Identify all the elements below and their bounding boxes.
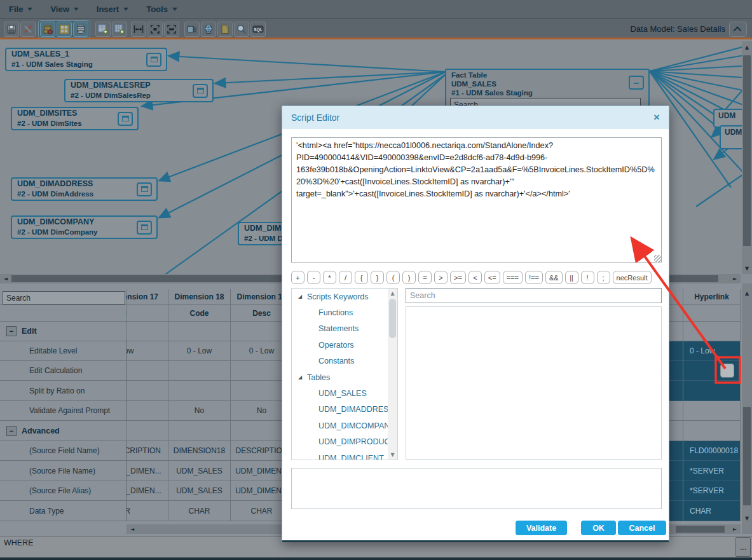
operator-button-!==[interactable]: !==: [525, 271, 543, 284]
empty-cell[interactable]: [683, 322, 741, 341]
open-table-button[interactable]: [137, 182, 152, 196]
value-cell[interactable]: 0 - Low: [126, 341, 168, 361]
empty-cell[interactable]: [168, 322, 231, 341]
operator-button-;[interactable]: ;: [597, 271, 610, 284]
collapse-table-button[interactable]: −: [629, 76, 644, 90]
dialog-header[interactable]: Script Editor ×: [282, 106, 669, 129]
entity-udm-dimaddress[interactable]: UDM_DIMADDRESS #2 - UDM DimAddress: [11, 177, 158, 201]
value-cell[interactable]: No: [168, 401, 231, 421]
database-columns-button[interactable]: [184, 22, 200, 37]
scroll-left-icon[interactable]: ◄: [1, 274, 10, 283]
tree-scrollbar[interactable]: ▲ ▼: [388, 289, 397, 460]
scroll-down-icon[interactable]: ▼: [742, 514, 752, 522]
value-cell[interactable]: CHAR: [168, 501, 231, 521]
empty-cell[interactable]: [683, 421, 741, 441]
column-header[interactable]: Dimension 18: [168, 289, 231, 305]
operator-button-![interactable]: !: [581, 271, 594, 284]
column-header-hyperlink[interactable]: Hyperlink: [683, 289, 741, 305]
scroll-down-icon[interactable]: ▼: [742, 264, 752, 273]
close-icon[interactable]: ×: [653, 111, 660, 124]
operator-button-([interactable]: (: [386, 271, 400, 284]
operator-button-{[interactable]: {: [355, 271, 368, 284]
hyperlink-value-cell[interactable]: FLD00000018: [683, 441, 741, 461]
value-cell[interactable]: UDM_SALES: [168, 461, 231, 481]
tree-item-operators[interactable]: Operators: [292, 337, 397, 353]
diagram-vertical-scrollbar[interactable]: ▲ ▼: [742, 41, 752, 274]
tree-expander-icon[interactable]: ◢: [298, 294, 307, 299]
operator-button-&&[interactable]: &&: [545, 271, 563, 284]
grid-view-button[interactable]: [57, 22, 72, 37]
operator-button-/[interactable]: /: [339, 271, 352, 284]
operator-button-*[interactable]: *: [323, 271, 336, 284]
tree-item-statements[interactable]: Statements: [292, 321, 397, 337]
hyperlink-value-cell[interactable]: [683, 361, 741, 381]
tree-item-udm_dimproduct[interactable]: UDM_DIMPRODUCT: [292, 434, 397, 450]
collapse-group-button[interactable]: −: [6, 426, 17, 436]
resize-handle[interactable]: [654, 255, 661, 262]
add-grid-button[interactable]: [112, 22, 127, 37]
column-width-button[interactable]: [131, 22, 146, 37]
scroll-thumb[interactable]: [743, 407, 751, 505]
tree-item-constants[interactable]: Constants: [292, 353, 397, 369]
value-cell[interactable]: DESCRIPTION: [126, 441, 168, 461]
operator-button-)[interactable]: ): [402, 271, 416, 284]
validate-button[interactable]: Validate: [516, 521, 567, 535]
data-model-view-button[interactable]: [40, 22, 55, 37]
tree-item-udm_dimclient[interactable]: UDM_DIMCLIENT: [292, 450, 397, 460]
entity-udm-dimsites[interactable]: UDM_DIMSITES #2 - UDM DimSites: [11, 107, 139, 130]
column-subheader[interactable]: Code: [168, 305, 231, 322]
value-cell[interactable]: [168, 361, 231, 381]
operator-button-}[interactable]: }: [371, 271, 384, 284]
empty-cell[interactable]: [126, 322, 168, 341]
value-cell[interactable]: [126, 401, 168, 421]
value-cell[interactable]: UDM_DIMEN...: [126, 481, 168, 501]
operator-button->=[interactable]: >=: [450, 271, 466, 284]
hyperlink-value-cell[interactable]: 0 - Low: [683, 341, 741, 361]
menu-file[interactable]: File: [0, 0, 41, 19]
operator-button-===[interactable]: ===: [503, 271, 523, 284]
shrink-button[interactable]: [164, 22, 179, 37]
notes-button[interactable]: [217, 22, 233, 37]
hyperlink-value-cell[interactable]: *SERVER: [683, 461, 741, 481]
value-cell[interactable]: DIMENSION18: [168, 441, 231, 461]
column-subheader[interactable]: Desc: [126, 305, 168, 322]
scroll-right-icon[interactable]: ►: [730, 274, 739, 283]
zoom-button[interactable]: [234, 22, 249, 37]
value-cell[interactable]: UDM_DIMEN...: [126, 461, 168, 481]
operator-button--[interactable]: -: [307, 271, 320, 284]
hyperlink-script-checkbox[interactable]: [720, 364, 734, 378]
empty-cell[interactable]: [126, 421, 168, 441]
value-cell[interactable]: [126, 361, 168, 381]
entity-udm-sales-1[interactable]: UDM_SALES_1 #1 - UDM Sales Staging: [5, 48, 167, 71]
hyperlink-value-cell[interactable]: *SERVER: [683, 481, 741, 501]
empty-cell[interactable]: [168, 421, 231, 441]
operator-button-<[interactable]: <: [468, 271, 482, 284]
operator-button-||[interactable]: ||: [565, 271, 578, 284]
operator-button-<=[interactable]: <=: [484, 271, 500, 284]
cancel-button[interactable]: Cancel: [618, 521, 666, 535]
scroll-up-icon[interactable]: ▲: [388, 289, 397, 298]
scroll-down-icon[interactable]: ▼: [388, 450, 397, 460]
add-table-button[interactable]: [95, 22, 111, 37]
script-text-editor[interactable]: '<html><a href="https://necca01l0006.nec…: [291, 137, 662, 263]
tree-expander-icon[interactable]: ◢: [298, 374, 307, 380]
operator-button-necResult[interactable]: necResult: [613, 271, 652, 284]
scroll-up-icon[interactable]: ▲: [742, 43, 752, 51]
entity-udm-dimsalesrep[interactable]: UDM_DIMSALESREP #2 - UDM DimSalesRep: [64, 79, 214, 102]
database-view-button[interactable]: [73, 22, 88, 37]
web-link-button[interactable]: [201, 22, 216, 37]
scroll-right-icon[interactable]: ►: [730, 524, 739, 534]
menu-insert[interactable]: Insert: [88, 0, 137, 19]
ok-button[interactable]: OK: [581, 521, 616, 535]
open-table-button[interactable]: [146, 53, 161, 67]
column-header[interactable]: Dimension 17: [126, 289, 168, 305]
sql-button[interactable]: SQL: [250, 22, 266, 37]
open-table-button[interactable]: [193, 84, 208, 98]
operator-button-=[interactable]: =: [418, 271, 432, 284]
keyword-list-panel[interactable]: [406, 306, 662, 460]
save-button[interactable]: [4, 22, 19, 37]
tree-item-functions[interactable]: Functions: [292, 304, 397, 320]
value-cell[interactable]: 0 - Low: [168, 341, 231, 361]
collapse-toolbar-button[interactable]: [729, 22, 747, 37]
collapse-group-button[interactable]: −: [6, 326, 17, 336]
